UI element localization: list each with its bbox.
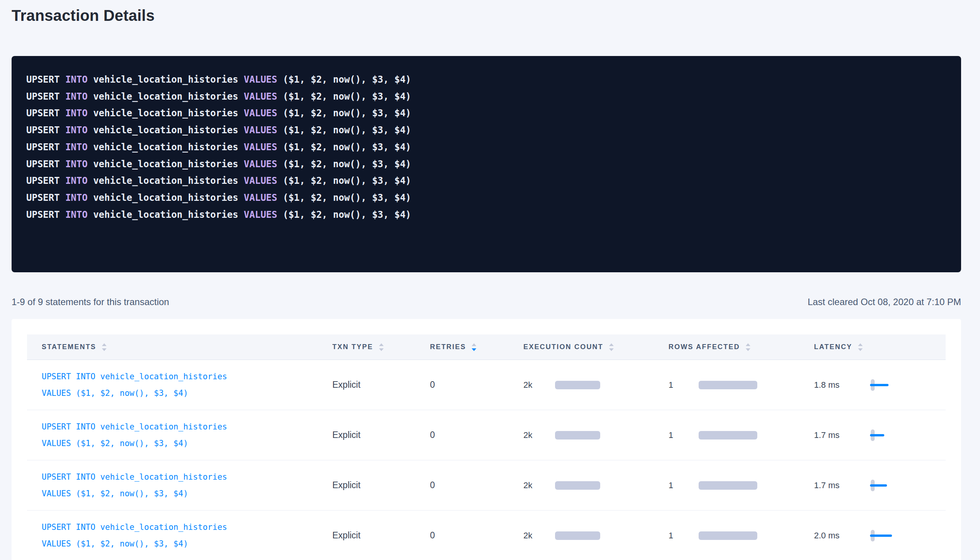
- rows-affected-bar: [699, 431, 757, 440]
- statement-link[interactable]: UPSERT INTO vehicle_location_historiesVA…: [42, 368, 332, 402]
- retries-cell: 0: [430, 480, 523, 490]
- sql-keyword: INTO: [65, 192, 93, 203]
- sort-desc-arrow-icon: [609, 348, 614, 351]
- latency-cell: 2.0 ms: [814, 530, 946, 541]
- latency-value: 2.0 ms: [814, 531, 871, 541]
- latency-bar: [870, 384, 889, 386]
- sql-statement-line: UPSERT INTO vehicle_location_histories V…: [26, 207, 946, 224]
- sql-text: UPSERT: [26, 159, 65, 170]
- table-row: UPSERT INTO vehicle_location_historiesVA…: [27, 460, 946, 511]
- execution-count-cell: 2k: [523, 480, 669, 490]
- txn-type-cell: Explicit: [332, 480, 430, 490]
- table-row: UPSERT INTO vehicle_location_historiesVA…: [27, 360, 946, 410]
- table-header-row: STATEMENTSTXN TYPERETRIESEXECUTION COUNT…: [27, 334, 946, 360]
- sort-asc-arrow-icon: [102, 343, 107, 346]
- sql-statement-line: UPSERT INTO vehicle_location_histories V…: [26, 156, 946, 173]
- sort-icon[interactable]: [102, 343, 107, 351]
- column-header-label: LATENCY: [814, 343, 852, 351]
- table-body: UPSERT INTO vehicle_location_historiesVA…: [27, 360, 946, 560]
- sql-statement-line: UPSERT INTO vehicle_location_histories V…: [26, 71, 946, 88]
- sql-statement-line: UPSERT INTO vehicle_location_histories V…: [26, 105, 946, 122]
- sql-text: vehicle_location_histories: [93, 74, 244, 85]
- latency-value: 1.7 ms: [814, 430, 871, 440]
- sql-keyword: INTO: [65, 91, 93, 102]
- column-header-rows-affected[interactable]: ROWS AFFECTED: [669, 343, 814, 351]
- statements-table-card: STATEMENTSTXN TYPERETRIESEXECUTION COUNT…: [12, 319, 961, 560]
- sql-text: ($1, $2, now(), $3, $4): [283, 91, 411, 102]
- txn-type-cell: Explicit: [332, 530, 430, 541]
- statement-link[interactable]: UPSERT INTO vehicle_location_historiesVA…: [42, 519, 332, 552]
- sql-keyword: VALUES: [244, 91, 283, 102]
- txn-type-value: Explicit: [332, 530, 361, 540]
- statement-cell: UPSERT INTO vehicle_location_historiesVA…: [27, 368, 332, 402]
- column-header-txn-type[interactable]: TXN TYPE: [332, 343, 430, 351]
- sort-asc-arrow-icon: [379, 343, 384, 346]
- sql-text: vehicle_location_histories: [93, 142, 244, 153]
- sort-asc-arrow-icon: [609, 343, 614, 346]
- sql-text: vehicle_location_histories: [93, 91, 244, 102]
- sql-text: UPSERT: [26, 125, 65, 136]
- latency-chart: [871, 429, 898, 441]
- sql-text: UPSERT: [26, 91, 65, 102]
- sql-keyword: INTO: [65, 125, 93, 136]
- sql-text: UPSERT: [26, 175, 65, 186]
- column-header-label: EXECUTION COUNT: [523, 343, 603, 351]
- retries-value: 0: [430, 480, 435, 490]
- sql-keyword: VALUES: [244, 142, 283, 153]
- sort-icon[interactable]: [858, 343, 863, 351]
- retries-cell: 0: [430, 530, 523, 541]
- statement-line-2: VALUES ($1, $2, now(), $3, $4): [42, 385, 332, 402]
- sql-keyword: VALUES: [244, 108, 283, 119]
- statement-line-1: UPSERT INTO vehicle_location_histories: [42, 519, 332, 536]
- sort-icon[interactable]: [472, 343, 476, 351]
- sort-asc-arrow-icon: [746, 343, 750, 346]
- rows-affected-value: 1: [669, 380, 699, 390]
- rows-affected-cell: 1: [669, 480, 814, 490]
- execution-count-value: 2k: [523, 531, 555, 541]
- sort-desc-arrow-icon: [379, 348, 384, 351]
- latency-value: 1.7 ms: [814, 480, 871, 490]
- txn-type-value: Explicit: [332, 380, 361, 390]
- sort-desc-arrow-icon: [858, 348, 863, 351]
- statement-link[interactable]: UPSERT INTO vehicle_location_historiesVA…: [42, 419, 332, 452]
- sql-text: ($1, $2, now(), $3, $4): [283, 125, 411, 136]
- column-header-latency[interactable]: LATENCY: [814, 343, 946, 351]
- sql-text: UPSERT: [26, 209, 65, 220]
- execution-count-cell: 2k: [523, 430, 669, 440]
- summary-bar: 1-9 of 9 statements for this transaction…: [12, 296, 961, 308]
- statement-line-2: VALUES ($1, $2, now(), $3, $4): [42, 485, 332, 502]
- column-header-label: STATEMENTS: [42, 343, 96, 351]
- column-header-retries[interactable]: RETRIES: [430, 343, 523, 351]
- sql-text: vehicle_location_histories: [93, 192, 244, 203]
- sort-desc-arrow-icon: [102, 348, 107, 351]
- statement-line-2: VALUES ($1, $2, now(), $3, $4): [42, 536, 332, 552]
- sql-text: vehicle_location_histories: [93, 108, 244, 119]
- sort-icon[interactable]: [609, 343, 614, 351]
- retries-value: 0: [430, 380, 435, 390]
- retries-value: 0: [430, 530, 435, 540]
- rows-affected-value: 1: [669, 531, 699, 541]
- sql-text: vehicle_location_histories: [93, 175, 244, 186]
- txn-type-cell: Explicit: [332, 380, 430, 390]
- latency-cell: 1.8 ms: [814, 379, 946, 391]
- column-header-execution-count[interactable]: EXECUTION COUNT: [523, 343, 669, 351]
- sql-statements-box: UPSERT INTO vehicle_location_histories V…: [12, 56, 961, 272]
- statements-count-label: 1-9 of 9 statements for this transaction: [12, 296, 169, 308]
- execution-count-value: 2k: [523, 480, 555, 490]
- sql-statement-line: UPSERT INTO vehicle_location_histories V…: [26, 122, 946, 139]
- sort-icon[interactable]: [379, 343, 384, 351]
- sort-asc-arrow-icon: [472, 343, 476, 346]
- sql-keyword: VALUES: [244, 74, 283, 85]
- sort-desc-arrow-icon: [746, 348, 750, 351]
- sql-text: vehicle_location_histories: [93, 125, 244, 136]
- txn-type-cell: Explicit: [332, 430, 430, 440]
- sql-keyword: VALUES: [244, 175, 283, 186]
- latency-cell: 1.7 ms: [814, 480, 946, 491]
- sort-asc-arrow-icon: [858, 343, 863, 346]
- sort-icon[interactable]: [746, 343, 750, 351]
- column-header-label: TXN TYPE: [332, 343, 373, 351]
- latency-chart: [871, 379, 898, 391]
- statement-link[interactable]: UPSERT INTO vehicle_location_historiesVA…: [42, 469, 332, 502]
- rows-affected-bar: [699, 381, 757, 389]
- column-header-statements[interactable]: STATEMENTS: [27, 343, 332, 351]
